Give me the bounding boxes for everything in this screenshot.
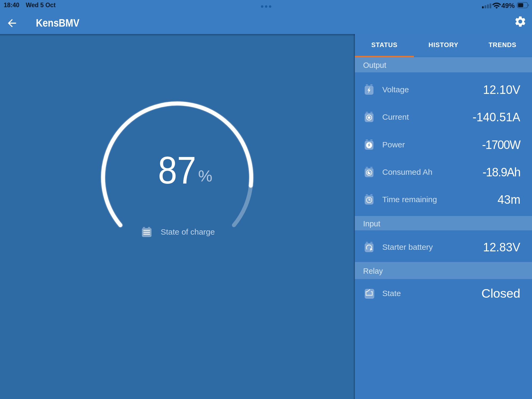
- svg-text:49%: 49%: [501, 2, 515, 9]
